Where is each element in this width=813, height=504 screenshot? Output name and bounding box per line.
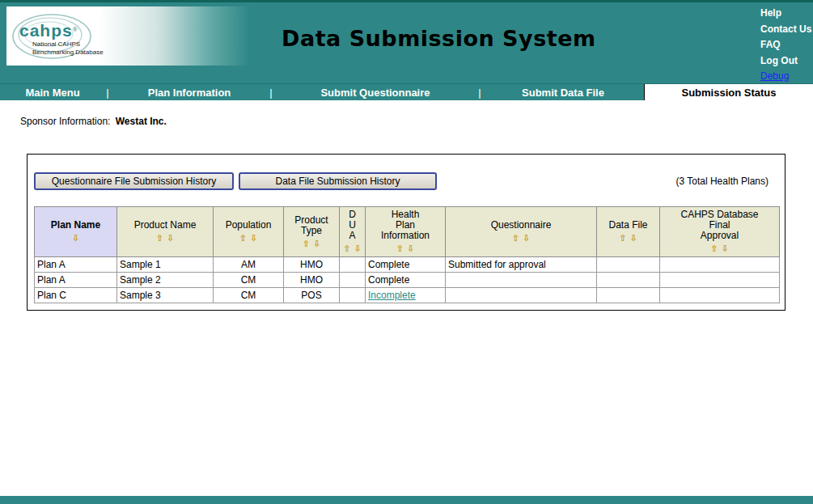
cahps-logo-text: cahps® National CAHPS Benchmarking Datab… — [19, 21, 104, 57]
page-title: Data Submission System — [282, 26, 596, 51]
sort-descending-icon[interactable]: ⇩ — [407, 244, 414, 254]
sort-controls: ⇧⇩ — [599, 233, 658, 244]
sort-ascending-icon[interactable]: ⇧ — [303, 239, 310, 249]
tab-submission-status[interactable]: Submission Status — [644, 84, 813, 100]
cell-data-file — [597, 273, 660, 288]
sort-ascending-icon[interactable]: ⇧ — [156, 233, 163, 244]
cell-questionnaire: Submitted for approval — [446, 257, 597, 273]
cell-data-file — [597, 257, 660, 273]
faq-link[interactable]: FAQ — [760, 37, 811, 53]
cell-questionnaire — [446, 273, 597, 288]
sort-descending-icon[interactable]: ⇩ — [722, 244, 729, 254]
sort-controls: ⇧⇩ — [367, 244, 443, 254]
log-out-link[interactable]: Log Out — [760, 53, 811, 70]
cell-health-plan-information: Complete — [366, 257, 446, 273]
submission-status-panel: Questionnaire File Submission History Da… — [27, 154, 785, 311]
contact-us-link[interactable]: Contact Us — [760, 22, 811, 38]
sort-descending-icon[interactable]: ⇩ — [354, 244, 362, 254]
column-header-product-name: Product Name⇧⇩ — [117, 207, 214, 257]
cell-dua — [340, 288, 366, 303]
cell-population: CM — [214, 273, 284, 288]
cell-product-name: Sample 1 — [117, 257, 214, 273]
cell-plan-name: Plan C — [35, 288, 117, 303]
questionnaire-file-history-button[interactable]: Questionnaire File Submission History — [34, 172, 234, 190]
sort-controls: ⇩ — [36, 233, 115, 244]
column-header-health-plan-information: Health Plan Information⇧⇩ — [366, 207, 446, 257]
cell-questionnaire — [446, 288, 597, 303]
header-links: Help Contact Us FAQ Log Out Debug — [760, 6, 811, 85]
sort-controls: ⇧⇩ — [447, 233, 595, 244]
nav-main-menu[interactable]: Main Menu — [0, 84, 105, 100]
nav-submit-questionnaire[interactable]: Submit Questionnaire — [273, 84, 477, 100]
cell-cahps-database-final-approval — [660, 288, 780, 303]
cell-health-plan-information: Incomplete — [366, 288, 446, 303]
cahps-logo: cahps® National CAHPS Benchmarking Datab… — [6, 6, 249, 66]
sort-ascending-icon[interactable]: ⇧ — [512, 233, 519, 244]
sort-controls: ⇧⇩ — [286, 239, 337, 249]
debug-link[interactable]: Debug — [760, 69, 811, 85]
submission-status-table: Plan Name⇩Product Name⇧⇩Population⇧⇩Prod… — [34, 206, 780, 303]
sort-ascending-icon[interactable]: ⇧ — [619, 233, 626, 244]
bottom-bar — [0, 496, 813, 504]
sponsor-value: Westat Inc. — [116, 116, 167, 127]
column-label-population: Population — [215, 220, 282, 231]
logo-subtitle-line2: Benchmarking Database — [32, 49, 104, 57]
help-link[interactable]: Help — [760, 6, 811, 22]
cell-cahps-database-final-approval — [660, 273, 780, 288]
sort-controls: ⇧⇩ — [662, 244, 777, 254]
sponsor-label: Sponsor Information: — [20, 116, 110, 127]
column-label-product-type: Product Type — [286, 215, 337, 236]
cell-plan-name: Plan A — [35, 257, 117, 273]
sort-descending-icon[interactable]: ⇩ — [523, 233, 530, 244]
column-label-product-name: Product Name — [119, 220, 211, 231]
sort-descending-icon[interactable]: ⇩ — [167, 233, 174, 244]
sort-ascending-icon[interactable]: ⇧ — [396, 244, 404, 254]
total-health-plans-label: (3 Total Health Plans) — [675, 176, 769, 187]
sort-descending-icon[interactable]: ⇩ — [72, 233, 79, 244]
cell-plan-name: Plan A — [35, 273, 117, 288]
cell-product-name: Sample 2 — [117, 273, 214, 288]
sort-controls: ⇧⇩ — [341, 244, 363, 254]
cell-product-type: HMO — [284, 273, 340, 288]
column-label-cahps-database-final-approval: CAHPS Database Final Approval — [662, 210, 777, 241]
column-header-population: Population⇧⇩ — [214, 207, 284, 257]
column-label-plan-name: Plan Name — [36, 220, 115, 231]
sponsor-info: Sponsor Information: Westat Inc. — [20, 116, 813, 127]
nav-plan-information[interactable]: Plan Information — [110, 84, 269, 100]
sort-descending-icon[interactable]: ⇩ — [313, 239, 320, 249]
cell-population: CM — [214, 288, 284, 303]
sort-ascending-icon[interactable]: ⇧ — [710, 244, 718, 254]
cell-population: AM — [214, 257, 284, 273]
data-file-history-button[interactable]: Data File Submission History — [239, 172, 437, 190]
sort-descending-icon[interactable]: ⇩ — [250, 233, 257, 244]
incomplete-status-link[interactable]: Incomplete — [368, 290, 416, 301]
sort-ascending-icon[interactable]: ⇧ — [343, 244, 350, 254]
table-row: Plan CSample 3CMPOS Incomplete — [35, 288, 780, 303]
column-header-product-type: Product Type⇧⇩ — [284, 207, 340, 257]
sort-descending-icon[interactable]: ⇩ — [630, 233, 637, 244]
cell-dua — [340, 273, 366, 288]
column-header-dua: D U A⇧⇩ — [340, 207, 366, 257]
cell-product-type: HMO — [284, 257, 340, 273]
sort-ascending-icon[interactable]: ⇧ — [239, 233, 247, 244]
content: Sponsor Information: Westat Inc. Questio… — [0, 116, 813, 311]
nav-submit-data-file[interactable]: Submit Data File — [482, 84, 644, 100]
sort-controls: ⇧⇩ — [215, 233, 282, 244]
table-row: Plan ASample 1AMHMO CompleteSubmitted fo… — [35, 257, 780, 273]
table-row: Plan ASample 2CMHMO Complete — [35, 273, 780, 288]
cell-health-plan-information: Complete — [366, 273, 446, 288]
column-header-cahps-database-final-approval: CAHPS Database Final Approval⇧⇩ — [660, 207, 780, 257]
cell-data-file — [597, 288, 660, 303]
table-header-row: Plan Name⇩Product Name⇧⇩Population⇧⇩Prod… — [35, 207, 780, 257]
logo-subtitle-line1: National CAHPS — [32, 40, 104, 49]
column-header-plan-name: Plan Name⇩ — [35, 207, 117, 257]
main-nav: Main Menu | Plan Information | Submit Qu… — [0, 83, 813, 100]
cell-product-type: POS — [284, 288, 340, 303]
header: cahps® National CAHPS Benchmarking Datab… — [0, 2, 813, 83]
column-label-dua: D U A — [341, 210, 363, 241]
panel-toolbar: Questionnaire File Submission History Da… — [34, 172, 778, 190]
column-label-questionnaire: Questionnaire — [447, 220, 595, 231]
cahps-brand: cahps — [19, 21, 73, 40]
column-label-data-file: Data File — [599, 220, 658, 231]
page: cahps® National CAHPS Benchmarking Datab… — [0, 0, 813, 504]
